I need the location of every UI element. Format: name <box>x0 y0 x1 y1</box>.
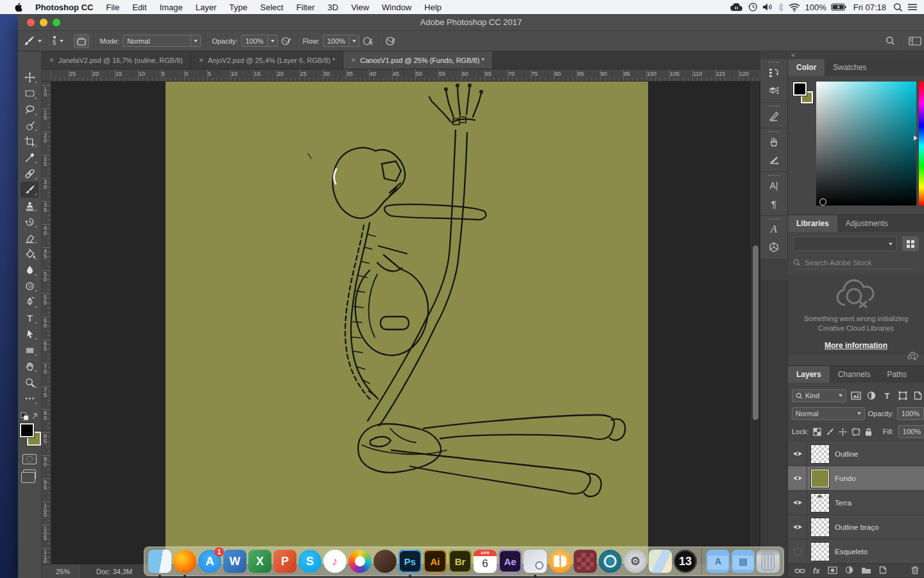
add-layer-mask-icon[interactable] <box>828 565 837 577</box>
dock-photoshop-icon[interactable]: Ps <box>398 550 422 573</box>
new-adjustment-layer-icon[interactable] <box>845 565 853 577</box>
move-tool[interactable] <box>21 69 38 85</box>
tab-layers[interactable]: Layers <box>788 366 830 383</box>
dock-calendar-icon[interactable]: APR6 <box>474 550 497 573</box>
smoothing-icon[interactable] <box>385 36 397 46</box>
adobe-stock-search-input[interactable]: Search Adobe Stock <box>793 256 919 269</box>
bucket-tool[interactable] <box>21 246 38 262</box>
history-brush-tool[interactable] <box>21 214 38 230</box>
blend-mode-select[interactable]: Normal <box>123 35 201 47</box>
document-tab[interactable]: × AnjoV2.psd @ 25,4% (Layer 6, RGB/8) * <box>191 51 343 69</box>
dock-photo-booth-icon[interactable] <box>574 550 597 573</box>
hand-tool[interactable] <box>21 358 38 374</box>
dock-itunes-icon[interactable]: ♪ <box>323 550 346 573</box>
tab-adjustments[interactable]: Adjustments <box>837 215 896 232</box>
paragraph-panel-icon[interactable]: ¶ <box>760 195 787 213</box>
layer-visibility-toggle[interactable] <box>788 491 807 514</box>
menu-item-type[interactable]: Type <box>223 3 253 12</box>
layer-opacity-field[interactable]: 100% <box>897 407 924 420</box>
foreground-background-swatches[interactable] <box>19 423 40 448</box>
dock-applications-folder-icon[interactable]: A <box>706 550 730 573</box>
layer-row-fundo[interactable]: Fundo <box>788 466 924 491</box>
clone-stamp-tool[interactable] <box>21 198 38 214</box>
dock-firefox-icon[interactable] <box>173 550 196 573</box>
color-saturation-field[interactable] <box>816 82 916 206</box>
lasso-tool[interactable] <box>21 101 38 118</box>
zoom-level-field[interactable]: 25% <box>42 565 80 578</box>
close-icon[interactable]: × <box>351 56 355 65</box>
scrollbar-thumb[interactable] <box>753 245 758 420</box>
menu-item-file[interactable]: File <box>99 3 126 12</box>
layer-row-outline[interactable]: Outline <box>788 442 924 466</box>
layer-filter-kind-select[interactable]: Kind <box>792 389 846 402</box>
layer-thumbnail[interactable] <box>811 494 829 512</box>
dock-word-icon[interactable]: W <box>223 550 246 573</box>
character-panel-icon[interactable]: A| <box>760 177 787 195</box>
filter-type-layers-icon[interactable]: T <box>881 391 893 401</box>
brush-panel-icon[interactable] <box>760 133 787 151</box>
hue-ramp[interactable] <box>919 82 924 206</box>
battery-icon[interactable] <box>831 3 846 11</box>
dock-bridge-icon[interactable]: Br <box>449 550 472 573</box>
filter-smart-objects-icon[interactable] <box>912 391 924 400</box>
foreground-color-swatch[interactable] <box>20 423 34 437</box>
dock-excel-icon[interactable]: X <box>248 550 271 573</box>
layer-row-outline-braço[interactable]: Outline braço <box>788 515 924 539</box>
time-machine-icon[interactable] <box>748 2 758 12</box>
layer-visibility-toggle[interactable] <box>788 539 807 563</box>
hue-slider-arrow[interactable] <box>914 136 918 141</box>
dock-preview-icon[interactable] <box>524 550 547 573</box>
menu-item-edit[interactable]: Edit <box>126 3 153 12</box>
tool-presets-icon[interactable] <box>760 151 787 169</box>
layer-style-icon[interactable]: fx <box>813 566 820 575</box>
new-group-icon[interactable] <box>861 565 871 577</box>
document-canvas[interactable] <box>166 82 648 564</box>
dock-trash-icon[interactable] <box>757 550 780 573</box>
layer-thumbnail[interactable] <box>811 445 829 463</box>
layer-visibility-toggle[interactable] <box>788 442 807 466</box>
window-title-bar[interactable]: Adobe Photoshop CC 2017 <box>18 14 924 31</box>
dock-black-circle-13-icon[interactable]: 13 <box>674 550 697 573</box>
type-tool[interactable]: T <box>21 310 38 326</box>
dock-maps-icon[interactable] <box>649 550 672 573</box>
device-preview-icon[interactable] <box>760 82 787 100</box>
volume-icon[interactable] <box>762 3 773 12</box>
crop-tool[interactable] <box>21 134 38 150</box>
apple-menu[interactable] <box>8 3 29 12</box>
opacity-select[interactable]: 100% <box>241 35 278 47</box>
new-layer-icon[interactable] <box>879 565 887 577</box>
blend-mode-select[interactable]: Normal <box>792 407 865 420</box>
swap-colors-icon[interactable] <box>20 412 39 422</box>
quick-mask-button[interactable] <box>22 454 37 464</box>
delete-layer-icon[interactable] <box>911 565 919 577</box>
vertical-scrollbar[interactable] <box>751 82 759 564</box>
airbrush-icon[interactable] <box>363 36 374 46</box>
search-icon[interactable] <box>886 36 895 46</box>
dock-time-machine-icon[interactable] <box>599 550 622 573</box>
layer-visibility-toggle[interactable] <box>788 515 807 539</box>
dock-powerpoint-icon[interactable]: P <box>273 550 296 573</box>
creative-cloud-status-icon[interactable] <box>907 351 919 363</box>
cloud-icon[interactable] <box>730 3 743 12</box>
shape-tool[interactable] <box>21 342 38 358</box>
tab-paths[interactable]: Paths <box>878 366 915 383</box>
notes-icon[interactable] <box>760 107 787 125</box>
color-fg-bg-swatches[interactable] <box>793 82 816 108</box>
dock-documents-folder-icon[interactable]: ▤ <box>732 550 755 573</box>
document-size-readout[interactable]: Doc: 34,3M <box>80 568 132 575</box>
dock-photos-icon[interactable] <box>348 550 372 573</box>
marquee-tool[interactable] <box>21 85 38 101</box>
dock-garageband-icon[interactable] <box>373 550 397 573</box>
filter-adjustment-layers-icon[interactable] <box>866 391 877 400</box>
layer-thumbnail[interactable] <box>811 543 829 561</box>
layer-visibility-toggle[interactable] <box>788 466 807 490</box>
layer-row-esqueleto[interactable]: Esqueleto <box>788 539 924 564</box>
menu-item-view[interactable]: View <box>345 3 375 12</box>
more-information-link[interactable]: More information <box>825 341 887 350</box>
lock-pixels-icon[interactable] <box>826 428 834 436</box>
library-view-grid-button[interactable] <box>902 236 919 251</box>
brush-tool[interactable] <box>21 182 38 198</box>
dodge-tool[interactable] <box>21 278 38 294</box>
document-tab[interactable]: × JanelaV2.psd @ 16,7% (ouline, RGB/8) <box>42 51 191 69</box>
foreground-color-swatch[interactable] <box>793 82 807 96</box>
